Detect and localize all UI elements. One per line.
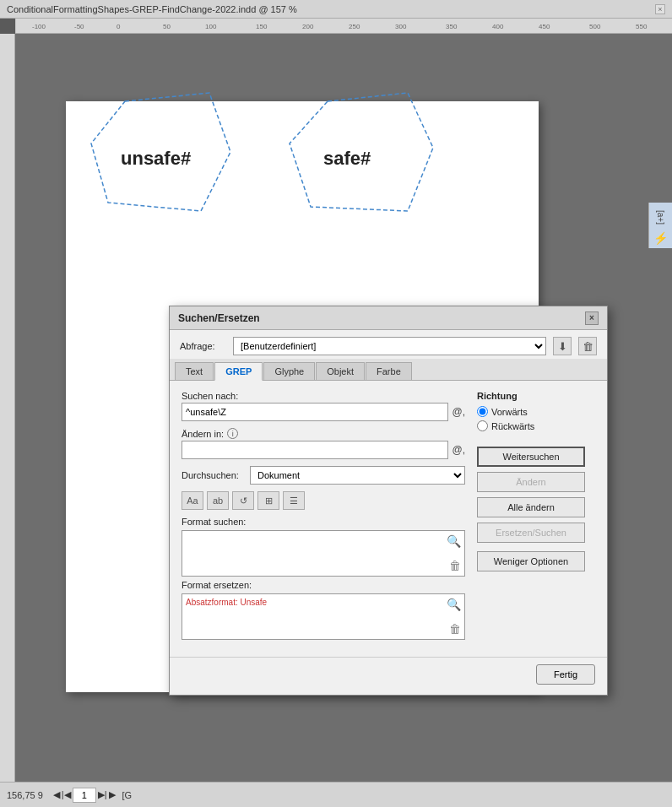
format-ersetzen-content: Absatzformat: Unsafe: [182, 594, 464, 610]
find-replace-dialog: Suchen/Ersetzen × Abfrage: [Benutzerdefi…: [169, 306, 608, 696]
vorwaerts-row: Vorwärts: [477, 406, 595, 417]
format-ersetzen-box: Absatzformat: Unsafe 🔍 🗑: [182, 593, 465, 640]
svg-text:-50: -50: [74, 23, 84, 30]
prev-page-icon[interactable]: ◀: [53, 789, 60, 800]
dialog-close-button[interactable]: ×: [585, 311, 599, 325]
format-ersetzen-label: Format ersetzen:: [182, 580, 465, 590]
whole-word-button[interactable]: ab: [207, 491, 229, 510]
svg-text:50: 50: [163, 23, 171, 30]
suchen-input[interactable]: [182, 403, 448, 421]
format-ersetzen-trash-icon[interactable]: 🗑: [449, 622, 461, 636]
svg-rect-0: [15, 19, 672, 34]
format-ersetzen-value: Absatzformat: Unsafe: [186, 598, 267, 607]
suchen-at-icon[interactable]: @,: [452, 406, 465, 418]
svg-text:250: 250: [349, 23, 360, 30]
status-bar: 156,75 9 ◀ |◀ ▶| ▶ [G: [0, 782, 672, 807]
shape-safe: safe#: [290, 93, 433, 211]
aendern-at-icon[interactable]: @,: [452, 444, 465, 456]
svg-text:0: 0: [117, 23, 121, 30]
suchen-label: Suchen nach:: [182, 391, 465, 401]
abfrage-row: Abfrage: [Benutzerdefiniert] ⬇ 🗑: [170, 330, 607, 359]
position-text: 156,75 9: [7, 790, 43, 800]
aendern-input[interactable]: [182, 441, 448, 459]
rueckwaerts-row: Rückwärts: [477, 420, 595, 431]
left-column: Suchen nach: @, Ändern in: i @, Durchsuc…: [182, 391, 465, 643]
tab-farbe[interactable]: Farbe: [366, 362, 412, 380]
dialog-title-bar: Suchen/Ersetzen ×: [170, 306, 607, 330]
next-page-step-icon[interactable]: ▶|: [98, 789, 107, 800]
ersetzen-suchen-button[interactable]: Ersetzen/Suchen: [477, 523, 585, 543]
save-query-button[interactable]: ⬇: [553, 337, 572, 355]
aendern-info-icon[interactable]: i: [227, 428, 238, 439]
page-navigation: ◀ |◀ ▶| ▶: [53, 788, 116, 803]
vorwaerts-label: Vorwärts: [491, 407, 528, 417]
format-ersetzen-eyedropper-icon[interactable]: 🔍: [447, 598, 461, 611]
prev-page-step-icon[interactable]: |◀: [62, 789, 71, 800]
svg-text:safe#: safe#: [323, 148, 371, 169]
dialog-title: Suchen/Ersetzen: [178, 312, 260, 324]
abfrage-select[interactable]: [Benutzerdefiniert]: [233, 337, 546, 355]
richtung-label: Richtung: [477, 391, 595, 401]
svg-text:150: 150: [256, 23, 268, 30]
aendern-button[interactable]: Ändern: [477, 472, 585, 492]
side-panel: [a+] ⚡: [648, 203, 672, 248]
next-page-icon[interactable]: ▶: [109, 789, 116, 800]
other-option2-button[interactable]: ☰: [283, 491, 305, 510]
svg-text:100: 100: [205, 23, 217, 30]
durchsuchen-label: Durchsuchen:: [182, 470, 245, 480]
case-sensitive-button[interactable]: Aa: [182, 491, 203, 510]
tab-glyphe[interactable]: Glyphe: [263, 362, 315, 380]
status-position: 156,75 9: [7, 790, 43, 800]
vorwaerts-radio[interactable]: [477, 406, 488, 417]
richtung-section: Richtung Vorwärts Rückwärts: [477, 391, 595, 435]
svg-text:200: 200: [302, 23, 314, 30]
mode-text: [G: [122, 790, 133, 800]
weitersuchen-button[interactable]: Weitersuchen: [477, 447, 585, 467]
svg-text:300: 300: [395, 23, 407, 30]
title-text: ConditionalFormattingShapes-GREP-FindCha…: [7, 4, 648, 14]
icons-row: Aa ab ↺ ⊞ ☰: [182, 491, 465, 510]
rueckwaerts-label: Rückwärts: [491, 421, 534, 431]
shape-unsafe: unsafe#: [91, 93, 230, 211]
side-panel-lightning: ⚡: [653, 231, 668, 245]
tabs-row: Text GREP Glyphe Objekt Farbe: [170, 359, 607, 381]
format-suchen-label: Format suchen:: [182, 517, 465, 527]
status-mode: [G: [122, 790, 133, 800]
right-column: Richtung Vorwärts Rückwärts Weitersuchen…: [477, 391, 595, 643]
tab-objekt[interactable]: Objekt: [316, 362, 365, 380]
ruler-svg: -100 -50 0 50 100 150 200 250 300 350 40…: [15, 19, 672, 34]
side-panel-label: [a+]: [656, 210, 665, 225]
vertical-ruler: [0, 34, 15, 782]
abfrage-label: Abfrage:: [180, 341, 226, 351]
durchsuchen-select[interactable]: Dokument: [250, 466, 465, 485]
bottom-row: Fertig: [170, 657, 607, 695]
wrap-around-button[interactable]: ↺: [232, 491, 254, 510]
durchsuchen-row: Durchsuchen: Dokument: [182, 466, 465, 485]
svg-text:400: 400: [492, 23, 504, 30]
aendern-label-text: Ändern in:: [182, 429, 224, 439]
horizontal-ruler: -100 -50 0 50 100 150 200 250 300 350 40…: [15, 19, 672, 34]
format-suchen-eyedropper-icon[interactable]: 🔍: [447, 534, 461, 548]
aendern-label: Ändern in: i: [182, 428, 465, 439]
title-close-button[interactable]: ×: [655, 4, 665, 14]
page-number-input[interactable]: [73, 788, 96, 803]
svg-text:350: 350: [446, 23, 458, 30]
fertig-button[interactable]: Fertig: [536, 664, 595, 685]
svg-text:-100: -100: [32, 23, 46, 30]
weniger-optionen-button[interactable]: Weniger Optionen: [477, 551, 585, 571]
format-suchen-box: 🔍 🗑: [182, 530, 465, 577]
aendern-row: @,: [182, 441, 465, 459]
rueckwaerts-radio[interactable]: [477, 420, 488, 431]
tab-grep[interactable]: GREP: [214, 362, 263, 381]
two-col-layout: Suchen nach: @, Ändern in: i @, Durchsuc…: [182, 391, 595, 643]
title-bar: ConditionalFormattingShapes-GREP-FindCha…: [0, 0, 672, 19]
tab-text[interactable]: Text: [175, 362, 214, 380]
dialog-body: Suchen nach: @, Ändern in: i @, Durchsuc…: [170, 381, 607, 653]
other-option1-button[interactable]: ⊞: [257, 491, 279, 510]
suchen-row: @,: [182, 403, 465, 421]
delete-query-button[interactable]: 🗑: [578, 337, 597, 355]
format-suchen-trash-icon[interactable]: 🗑: [449, 559, 461, 572]
svg-text:500: 500: [589, 23, 601, 30]
svg-text:550: 550: [636, 23, 648, 30]
alle-aendern-button[interactable]: Alle ändern: [477, 497, 585, 517]
